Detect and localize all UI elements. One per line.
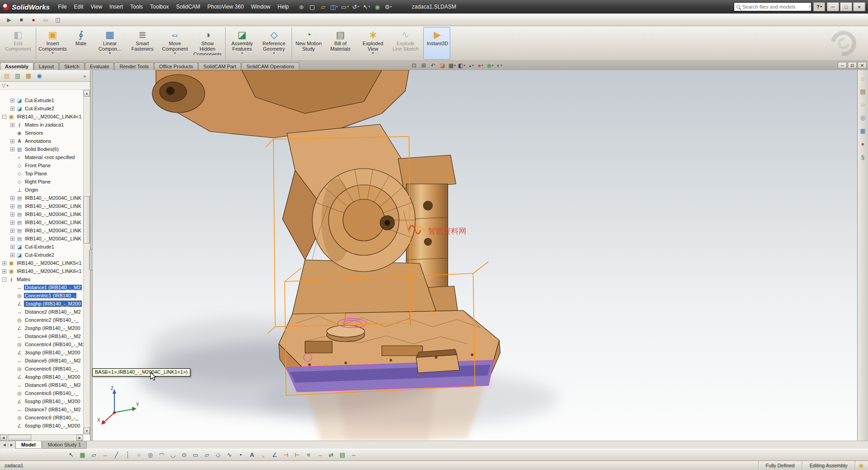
scrollbar-thumb[interactable] xyxy=(84,196,90,244)
expander-icon[interactable]: + xyxy=(10,139,14,143)
menu-item[interactable]: File xyxy=(54,2,70,12)
offset-icon[interactable] xyxy=(303,450,314,460)
previous-view-icon[interactable] xyxy=(429,61,438,70)
command-tab[interactable]: Layout xyxy=(34,62,59,70)
document-tab[interactable]: Motion Study 1 xyxy=(42,441,87,449)
view-settings-icon[interactable] xyxy=(495,61,504,70)
menu-item[interactable]: Edit xyxy=(71,2,87,12)
save-icon[interactable] xyxy=(329,2,340,12)
extend-icon[interactable] xyxy=(292,450,302,460)
tree-row[interactable]: + Cut-Extrude2 xyxy=(0,104,83,113)
tree-row[interactable]: + IRB140_-_M2004C_LINK xyxy=(0,235,83,243)
select-icon[interactable] xyxy=(361,2,372,12)
ellipse-icon[interactable] xyxy=(179,450,189,460)
linear-sketch-pattern-icon[interactable] xyxy=(337,450,348,460)
stop-icon[interactable] xyxy=(16,15,27,25)
tree-row[interactable]: + Annotations xyxy=(0,137,83,145)
display-manager-icon[interactable] xyxy=(34,71,44,80)
ribbon-button[interactable]: Show Hidden Components ▾ xyxy=(191,27,224,60)
command-tab[interactable]: Assembly xyxy=(0,62,33,70)
tree-row[interactable]: Distance2 (IRB140_-_M2 xyxy=(0,308,83,316)
ribbon-button[interactable]: Linear Compon... ▾ xyxy=(94,27,126,60)
circle-icon[interactable] xyxy=(134,450,144,460)
chevron-down-icon[interactable]: ▾ xyxy=(52,52,53,55)
minimize-icon[interactable] xyxy=(827,2,839,11)
tree-row[interactable]: Concentric2 (IRB140_-_ xyxy=(0,316,83,324)
tree-row[interactable]: Right Plane xyxy=(0,178,83,186)
tangent-arc-icon[interactable] xyxy=(168,450,178,460)
centerline-icon[interactable] xyxy=(123,450,133,460)
filter-icon[interactable] xyxy=(2,83,5,89)
menu-item[interactable]: Insert xyxy=(106,2,127,12)
ribbon-button[interactable]: Exploded View ▾ xyxy=(357,27,389,60)
perimeter-circle-icon[interactable] xyxy=(145,450,156,460)
expander-icon[interactable]: + xyxy=(2,261,6,265)
custom-properties-icon[interactable] xyxy=(859,152,868,161)
menu-item[interactable]: Help xyxy=(274,2,292,12)
tree-row[interactable]: Distance6 (IRB140_-_M2 xyxy=(0,381,83,389)
new-macro-icon[interactable] xyxy=(40,15,51,25)
tree-row[interactable]: + IRB140_-_M2004C_LINK xyxy=(0,202,83,210)
chevron-down-icon[interactable]: ▾ xyxy=(273,52,275,55)
tree-row[interactable]: + IRB140_-_M2004C_LINK xyxy=(0,194,83,202)
tree-row[interactable]: 6ssghp (IRB140_-_M200 xyxy=(0,422,83,430)
edit-appearance-icon[interactable] xyxy=(476,61,485,70)
tree-row[interactable]: 5ssghp (IRB140_-_M200 xyxy=(0,397,83,405)
hide-show-items-icon[interactable] xyxy=(467,61,476,70)
tree-row[interactable]: + IRB140_-_M2004C_LINK6<1 xyxy=(0,267,83,275)
command-tab[interactable]: Evaluate xyxy=(85,62,114,70)
trim-icon[interactable] xyxy=(281,450,291,460)
pin-icon[interactable] xyxy=(296,2,307,12)
tree-row[interactable]: Distance4 (IRB140_-_M2 xyxy=(0,332,83,340)
polygon-icon[interactable] xyxy=(213,450,223,460)
tree-row[interactable]: Origin xyxy=(0,186,83,194)
expander-icon[interactable]: + xyxy=(10,245,14,249)
parallelogram-icon[interactable] xyxy=(202,450,212,460)
section-view-icon[interactable] xyxy=(438,61,447,70)
tree-row[interactable]: + IRB140_-_M2004C_LINK xyxy=(0,210,83,218)
point-icon[interactable] xyxy=(236,450,246,460)
tree-row[interactable]: Sensors xyxy=(0,129,83,137)
tree-row[interactable]: - Mates xyxy=(0,275,83,283)
chevron-down-icon[interactable]: ▾ xyxy=(174,52,176,55)
restore-icon[interactable] xyxy=(848,62,857,69)
record-icon[interactable] xyxy=(28,15,39,25)
menu-item[interactable]: Tools xyxy=(127,2,146,12)
rebuild-icon[interactable] xyxy=(372,2,383,12)
tree-row[interactable]: + IRB140_-_M2004C_LINK5<1 xyxy=(0,259,83,267)
spline-icon[interactable] xyxy=(224,450,235,460)
expander-icon[interactable]: + xyxy=(10,147,14,151)
tree-row[interactable]: Concentric8 (IRB140_-_ xyxy=(0,389,83,397)
command-tab[interactable]: SolidCAM Operations xyxy=(241,62,299,70)
tab-scroll-right-icon[interactable]: ▶ xyxy=(8,441,15,449)
tree-row[interactable]: Concentric9 (IRB140_-_ xyxy=(0,414,83,422)
tree-row[interactable]: - IRB140_-_M2004C_LINK4<1 xyxy=(0,113,83,121)
minimize-icon[interactable] xyxy=(838,62,847,69)
tree-row[interactable]: 2ssghp (IRB140_-_M200 xyxy=(0,324,83,332)
apply-scene-icon[interactable] xyxy=(486,61,495,70)
print-icon[interactable] xyxy=(340,2,350,12)
undo-icon[interactable] xyxy=(350,2,361,12)
configuration-manager-icon[interactable] xyxy=(24,71,33,80)
scroll-right-icon[interactable]: ▶ xyxy=(76,435,83,441)
expander-icon[interactable]: + xyxy=(10,204,14,208)
property-manager-icon[interactable] xyxy=(13,71,23,80)
tree-row[interactable]: + Cut-Extrude2 xyxy=(0,251,83,259)
ribbon-button[interactable]: Mate ▾ xyxy=(68,27,94,60)
text-icon[interactable] xyxy=(247,450,257,460)
expander-icon[interactable]: + xyxy=(10,253,14,257)
expander-icon[interactable]: + xyxy=(10,196,14,200)
tree-row[interactable]: + Cut-Extrude1 xyxy=(0,243,83,251)
tree-row[interactable]: 3ssghp (IRB140_-_M200 xyxy=(0,348,83,357)
view-palette-icon[interactable] xyxy=(859,126,868,135)
line-icon[interactable] xyxy=(111,450,122,460)
expander-icon[interactable]: + xyxy=(10,107,14,111)
arc-icon[interactable] xyxy=(156,450,167,460)
tree-row[interactable]: Distance7 (IRB140_-_M2 xyxy=(0,405,83,414)
tree-row[interactable]: + Solid Bodies(6) xyxy=(0,145,83,153)
tree-row[interactable]: Material <not specified xyxy=(0,153,83,161)
search-input[interactable] xyxy=(742,4,807,9)
tab-scroll-left-icon[interactable]: ◀ xyxy=(1,441,8,449)
tree-row[interactable]: 4ssghp (IRB140_-_M200 xyxy=(0,373,83,381)
ribbon-button[interactable]: Assembly Features ▾ xyxy=(225,27,258,60)
